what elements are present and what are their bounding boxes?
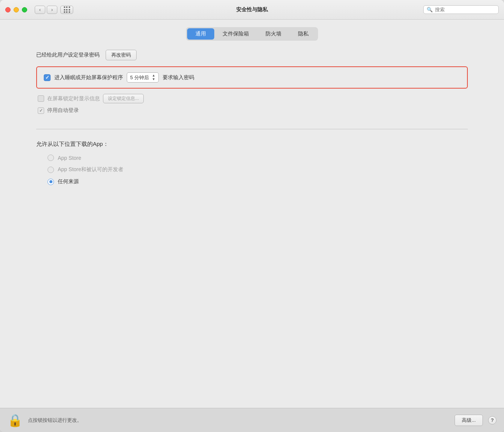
back-button[interactable]: ‹ [35,6,45,14]
auto-login-checkbox[interactable] [38,107,44,114]
sleep-password-box: 进入睡眠或开始屏幕保护程序 5 分钟后 ▲ ▼ 要求输入密码 [36,66,468,89]
tab-filevault[interactable]: 文件保险箱 [214,28,257,40]
radio-appstore-devs[interactable] [48,167,54,173]
radio-appstore[interactable] [48,155,54,161]
app-download-section: 允许从以下位置下载的App： App Store App Store和被认可的开… [36,141,468,185]
advanced-button[interactable]: 高级... [455,415,483,426]
change-password-button[interactable]: 再改密码 [106,50,137,60]
lock-info-row: 在屏幕锁定时显示信息 设定锁定信息... [38,94,468,103]
search-icon: 🔍 [427,7,433,12]
radio-row-appstore-devs: App Store和被认可的开发者 [48,166,468,173]
auto-login-row: 停用自动登录 [38,107,468,114]
radio-any-source-label: 任何来源 [58,178,79,185]
traffic-lights [5,7,27,12]
tab-general[interactable]: 通用 [187,28,214,40]
bottom-status-text: 点按锁按钮以进行更改。 [28,417,449,424]
settings-panel: 已经给此用户设定登录密码 再改密码 进入睡眠或开始屏幕保护程序 5 分钟后 ▲ … [18,50,486,408]
radio-row-any-source: 任何来源 [48,178,468,185]
lock-icon[interactable]: 🔒 [8,412,23,429]
close-button[interactable] [5,7,11,12]
window-title: 安全性与隐私 [236,6,268,13]
radio-inner-dot [49,180,52,183]
tab-firewall[interactable]: 防火墙 [257,28,290,40]
stepper-down-icon[interactable]: ▼ [152,78,155,81]
titlebar: ‹ › 安全性与隐私 🔍 [0,0,504,20]
tab-privacy[interactable]: 隐私 [290,28,317,40]
sleep-label: 进入睡眠或开始屏幕保护程序 [54,74,123,81]
search-box[interactable]: 🔍 [423,5,499,14]
password-label: 已经给此用户设定登录密码 [36,52,100,58]
minimize-button[interactable] [14,7,19,12]
zoom-button[interactable] [22,7,27,12]
app-source-radio-group: App Store App Store和被认可的开发者 任何来源 [36,155,468,185]
sleep-checkbox[interactable] [44,74,51,81]
main-content: 通用 文件保险箱 防火墙 隐私 已经给此用户设定登录密码 再改密码 进入睡眠或开… [0,20,504,408]
set-lock-info-button[interactable]: 设定锁定信息... [103,94,144,103]
time-value: 5 分钟后 [130,74,149,81]
grid-button[interactable] [60,6,73,14]
app-section-title: 允许从以下位置下载的App： [36,141,468,148]
radio-row-appstore: App Store [48,155,468,161]
bottom-bar: 🔒 点按锁按钮以进行更改。 高级... ? [0,408,504,432]
lock-info-checkbox[interactable] [38,95,44,102]
radio-any-source[interactable] [48,179,54,185]
lock-symbol: 🔒 [8,413,23,427]
stepper-up-icon[interactable]: ▲ [152,74,155,77]
lock-info-label: 在屏幕锁定时显示信息 [47,95,100,102]
radio-appstore-devs-label: App Store和被认可的开发者 [58,166,123,173]
window: ‹ › 安全性与隐私 🔍 通用 文件保险箱 防火墙 隐私 [0,0,504,432]
nav-buttons: ‹ › [35,6,57,14]
auto-login-label: 停用自动登录 [47,107,79,114]
radio-appstore-label: App Store [58,155,81,161]
require-password-label: 要求输入密码 [163,74,194,81]
password-row: 已经给此用户设定登录密码 再改密码 [36,50,468,60]
forward-button[interactable]: › [47,6,57,14]
search-input[interactable] [435,7,495,12]
time-stepper[interactable]: ▲ ▼ [152,74,155,81]
help-button[interactable]: ? [488,416,496,424]
section-divider [36,129,468,129]
time-select[interactable]: 5 分钟后 ▲ ▼ [127,72,159,83]
tab-bar: 通用 文件保险箱 防火墙 隐私 [186,27,318,41]
